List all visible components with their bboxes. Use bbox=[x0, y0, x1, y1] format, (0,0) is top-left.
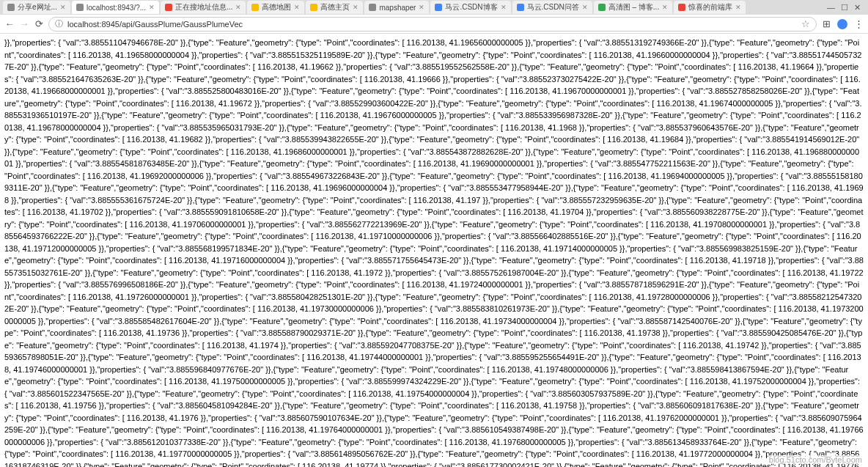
window-max-button[interactable]: ☐ bbox=[841, 3, 848, 12]
extensions-icon[interactable]: ⊞ bbox=[821, 19, 831, 29]
menu-icon[interactable]: ⋮ bbox=[853, 19, 864, 29]
tab-close-icon[interactable]: ✕ bbox=[419, 4, 424, 11]
tab-close-icon[interactable]: ✕ bbox=[149, 4, 155, 11]
browser-tab[interactable]: 马云.CSDN问答✕ bbox=[512, 1, 592, 14]
favicon bbox=[7, 4, 15, 11]
browser-tab[interactable]: 马云.CSDN博客✕ bbox=[430, 1, 510, 14]
tab-close-icon[interactable]: ✕ bbox=[294, 4, 300, 11]
bookmark-star-icon[interactable]: ☆ bbox=[801, 18, 810, 29]
tab-label: localhost:8943/?... bbox=[87, 4, 146, 12]
favicon bbox=[251, 4, 259, 11]
tab-label: mapshaper bbox=[379, 4, 416, 12]
tab-label: 高德地图 bbox=[262, 2, 291, 12]
tab-label: 马云.CSDN博客 bbox=[445, 2, 497, 12]
browser-tab[interactable]: 惊喜的前端库✕ bbox=[674, 1, 746, 14]
tab-label: 正在搜地址信息... bbox=[175, 2, 232, 12]
url-box[interactable]: ⓘ localhost:8945/api/GaussPlume/GaussPlu… bbox=[48, 17, 817, 32]
favicon bbox=[598, 4, 606, 11]
browser-tab[interactable]: mapshaper✕ bbox=[364, 1, 429, 14]
tab-close-icon[interactable]: ✕ bbox=[662, 4, 668, 11]
back-button[interactable]: ← bbox=[4, 19, 15, 29]
browser-tab[interactable]: 正在搜地址信息...✕ bbox=[161, 1, 246, 14]
tab-close-icon[interactable]: ✕ bbox=[582, 4, 588, 11]
window-min-button[interactable]: — bbox=[827, 3, 835, 12]
browser-tab[interactable]: 高德地图✕ bbox=[247, 1, 304, 14]
tab-close-icon[interactable]: ✕ bbox=[60, 4, 66, 11]
browser-tab-strip: 分享e网址...✕localhost:8943/?...✕正在搜地址信息...✕… bbox=[0, 0, 868, 15]
tab-label: 惊喜的前端库 bbox=[688, 2, 732, 12]
tab-label: 高德主页 bbox=[320, 2, 350, 12]
browser-tab[interactable]: 高清图 – 博客...✕ bbox=[594, 1, 672, 14]
address-bar: ← → ⟳ ⓘ localhost:8945/api/GaussPlume/Ga… bbox=[0, 15, 868, 34]
window-close-button[interactable]: ✕ bbox=[854, 3, 861, 12]
profile-avatar-icon[interactable] bbox=[837, 19, 847, 29]
tab-close-icon[interactable]: ✕ bbox=[235, 4, 241, 11]
favicon bbox=[678, 4, 685, 11]
reload-button[interactable]: ⟳ bbox=[34, 19, 44, 29]
watermark: blog.51cto.com/ByteLoom bbox=[768, 455, 864, 464]
forward-button[interactable]: → bbox=[19, 19, 29, 29]
tab-close-icon[interactable]: ✕ bbox=[501, 4, 507, 11]
favicon bbox=[435, 4, 442, 11]
browser-tab[interactable]: 分享e网址...✕ bbox=[3, 1, 70, 14]
tab-close-icon[interactable]: ✕ bbox=[353, 4, 358, 11]
tab-label: 马云.CSDN问答 bbox=[527, 2, 579, 12]
favicon bbox=[517, 4, 524, 11]
response-body: }},"properties": { "val":"3.885511047946… bbox=[0, 34, 868, 467]
favicon bbox=[369, 4, 376, 11]
favicon bbox=[165, 4, 172, 11]
tab-label: 高清图 – 博客... bbox=[608, 2, 659, 12]
favicon bbox=[310, 4, 317, 11]
browser-tab[interactable]: localhost:8943/?...✕ bbox=[72, 1, 159, 14]
site-info-icon[interactable]: ⓘ bbox=[55, 18, 63, 29]
favicon bbox=[76, 4, 84, 11]
tab-close-icon[interactable]: ✕ bbox=[735, 4, 741, 11]
browser-tab[interactable]: 高德主页✕ bbox=[306, 1, 363, 14]
url-text[interactable]: localhost:8945/api/GaussPlume/GaussPlume… bbox=[67, 20, 797, 29]
tab-label: 分享e网址... bbox=[18, 2, 57, 12]
